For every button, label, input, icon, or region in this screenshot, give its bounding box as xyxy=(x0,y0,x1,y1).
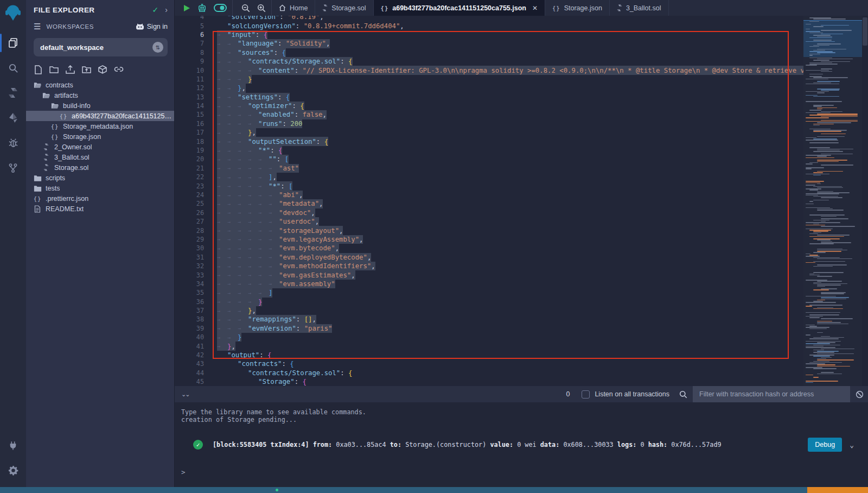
upload-folder-icon[interactable] xyxy=(82,65,91,74)
new-folder-icon[interactable] xyxy=(49,65,59,74)
tab-storage-sol[interactable]: Storage.sol xyxy=(315,0,373,16)
code-line-16[interactable]: 16→→→→"runs": 200 xyxy=(175,119,803,128)
code-line-31[interactable]: 31→→→→→→"evm.deployedBytecode", xyxy=(175,253,803,262)
code-line-27[interactable]: 27→→→→→→"userdoc", xyxy=(175,217,803,226)
code-line-36[interactable]: 36→→→→} xyxy=(175,298,803,306)
code-line-8[interactable]: 8→→"sources": { xyxy=(175,48,803,57)
scrollbar-thumb[interactable] xyxy=(863,17,867,46)
tree-item-artifacts[interactable]: artifacts xyxy=(26,90,174,100)
code-line-43[interactable]: 43"contracts": { xyxy=(175,359,803,368)
tab-close-icon[interactable]: ✕ xyxy=(532,4,538,12)
tree-item-storage-sol[interactable]: Storage.sol xyxy=(26,162,174,173)
ai-assistant-icon[interactable] xyxy=(197,3,207,12)
code-line-35[interactable]: 35→→→→→] xyxy=(175,288,803,297)
terminal-prompt[interactable]: > xyxy=(181,468,868,476)
workspace-dropdown-icon[interactable]: ⇅ xyxy=(152,42,163,53)
listen-all-checkbox[interactable] xyxy=(582,390,590,399)
code-line-28[interactable]: 28→→→→→→"storageLayout", xyxy=(175,226,803,235)
run-script-button[interactable] xyxy=(183,4,190,12)
new-file-icon[interactable] xyxy=(34,65,42,74)
plugin-manager-icon[interactable] xyxy=(0,433,26,458)
terminal-search-icon[interactable] xyxy=(679,390,687,399)
code-line-32[interactable]: 32→→→→→→"evm.methodIdentifiers", xyxy=(175,262,803,270)
code-line-24[interactable]: 24→→→→→→"abi", xyxy=(175,191,803,199)
git-icon[interactable] xyxy=(0,155,26,180)
upload-file-icon[interactable] xyxy=(66,65,75,74)
code-line-21[interactable]: 21→→→→→→"ast" xyxy=(175,164,803,173)
transaction-row[interactable]: ✓ [block:5583405 txIndex:4] from: 0xa03.… xyxy=(181,438,863,452)
code-line-9[interactable]: 9→→→"contracts/Storage.sol": { xyxy=(175,57,803,66)
search-icon[interactable] xyxy=(0,55,26,80)
link-icon[interactable] xyxy=(114,65,124,74)
code-line-29[interactable]: 29→→→→→→"evm.legacyAssembly", xyxy=(175,235,803,244)
code-line-37[interactable]: 37→→→}, xyxy=(175,306,803,315)
code-line-13[interactable]: 13→→"settings": { xyxy=(175,93,803,102)
tree-item--prettierrc-json[interactable]: {}.prettierrc.json xyxy=(26,193,174,204)
load-cube-icon[interactable] xyxy=(98,65,107,74)
workspaces-menu-icon[interactable]: ☰ xyxy=(34,22,41,31)
tab-a69b43f277ba20fcac141151250ca755-json[interactable]: {}a69b43f277ba20fcac141151250ca755.json✕ xyxy=(374,0,545,16)
code-line-25[interactable]: 25→→→→→→"metadata", xyxy=(175,199,803,208)
code-line-17[interactable]: 17→→→}, xyxy=(175,128,803,137)
code-line-11[interactable]: 11→→→} xyxy=(175,75,803,84)
code-line-6[interactable]: 6→"input": { xyxy=(175,30,803,39)
toggle-switch-icon[interactable] xyxy=(214,4,227,12)
clear-console-icon[interactable] xyxy=(856,390,864,399)
code-line-14[interactable]: 14→→→"optimizer": { xyxy=(175,102,803,110)
remix-logo-icon[interactable] xyxy=(3,4,23,23)
tab-home[interactable]: Home xyxy=(272,0,315,16)
terminal-output[interactable]: Type the library name to see available c… xyxy=(175,402,868,487)
code-line-23[interactable]: 23→→→→→"*": [ xyxy=(175,181,803,190)
tree-item-contracts[interactable]: contracts xyxy=(26,80,174,90)
code-line-45[interactable]: 45"Storage": { xyxy=(175,377,803,386)
sign-in-button[interactable]: Sign in xyxy=(136,23,168,30)
tree-item-readme-txt[interactable]: README.txt xyxy=(26,204,174,214)
code-line-40[interactable]: 40→→} xyxy=(175,333,803,342)
solidity-compiler-icon[interactable] xyxy=(0,80,26,105)
code-line-18[interactable]: 18→→→"outputSelection": { xyxy=(175,137,803,146)
tree-item-2-owner-sol[interactable]: 2_Owner.sol xyxy=(26,142,174,152)
code-line-4[interactable]: 4"solcVersion": "0.8.19", xyxy=(175,16,803,21)
code-line-34[interactable]: 34→→→→→→"evm.assembly" xyxy=(175,280,803,288)
tree-item-a69b43f277ba20fcac141151250ca7-[interactable]: {}a69b43f277ba20fcac141151250ca7... xyxy=(26,111,174,121)
code-line-22[interactable]: 22→→→→→], xyxy=(175,173,803,181)
debug-button[interactable]: Debug xyxy=(808,438,842,452)
code-line-26[interactable]: 26→→→→→→"devdoc", xyxy=(175,208,803,217)
tree-item-build-info[interactable]: build-info xyxy=(26,100,174,111)
code-line-20[interactable]: 20→→→→→"": [ xyxy=(175,155,803,163)
tree-item-3-ballot-sol[interactable]: 3_Ballot.sol xyxy=(26,152,174,162)
debugger-icon[interactable] xyxy=(0,130,26,155)
code-line-44[interactable]: 44"contracts/Storage.sol": { xyxy=(175,369,803,377)
code-line-38[interactable]: 38→→→"remappings": [], xyxy=(175,315,803,324)
workspace-select[interactable]: default_workspace ⇅ xyxy=(34,38,168,56)
settings-gear-icon[interactable] xyxy=(0,458,26,483)
code-line-30[interactable]: 30→→→→→→"evm.bytecode", xyxy=(175,244,803,252)
tree-item-storage-json[interactable]: {}Storage.json xyxy=(26,131,174,142)
code-line-5[interactable]: 5"solcLongVersion": "0.8.19+commit.7dd6d… xyxy=(175,21,803,30)
tree-item-tests[interactable]: tests xyxy=(26,183,174,193)
tx-expand-icon[interactable]: ⌄ xyxy=(850,441,854,449)
editor-scrollbar[interactable] xyxy=(862,16,868,386)
transaction-filter-input[interactable] xyxy=(693,386,850,402)
tree-item-storage-metadata-json[interactable]: {}Storage_metadata.json xyxy=(26,121,174,131)
tree-item-scripts[interactable]: scripts xyxy=(26,173,174,183)
deploy-run-icon[interactable] xyxy=(0,105,26,130)
zoom-in-icon[interactable] xyxy=(257,4,266,12)
tab-3-ballot-sol[interactable]: 3_Ballot.sol xyxy=(610,0,669,16)
minimap[interactable] xyxy=(803,16,862,386)
tab-storage-json[interactable]: {}Storage.json xyxy=(545,0,610,16)
code-line-12[interactable]: 12→→}, xyxy=(175,84,803,92)
code-line-39[interactable]: 39→→→"evmVersion": "paris" xyxy=(175,324,803,333)
code-line-7[interactable]: 7→→"language": "Solidity", xyxy=(175,39,803,48)
file-explorer-icon[interactable] xyxy=(0,30,26,55)
terminal-collapse-icon[interactable]: ⌄⌄ xyxy=(181,391,189,398)
code-line-15[interactable]: 15→→→→"enabled": false, xyxy=(175,110,803,119)
code-line-41[interactable]: 41→}, xyxy=(175,342,803,350)
code-line-33[interactable]: 33→→→→→→"evm.gasEstimates", xyxy=(175,270,803,279)
code-editor[interactable]: 4"solcVersion": "0.8.19",5"solcLongVersi… xyxy=(175,16,868,386)
code-line-19[interactable]: 19→→→→"*": { xyxy=(175,146,803,155)
panel-expand-icon[interactable]: › xyxy=(165,5,168,14)
code-line-42[interactable]: 42"output": { xyxy=(175,351,803,359)
zoom-out-icon[interactable] xyxy=(241,4,250,12)
code-line-10[interactable]: 10→→→→"content": "// SPDX-License-Identi… xyxy=(175,66,803,74)
